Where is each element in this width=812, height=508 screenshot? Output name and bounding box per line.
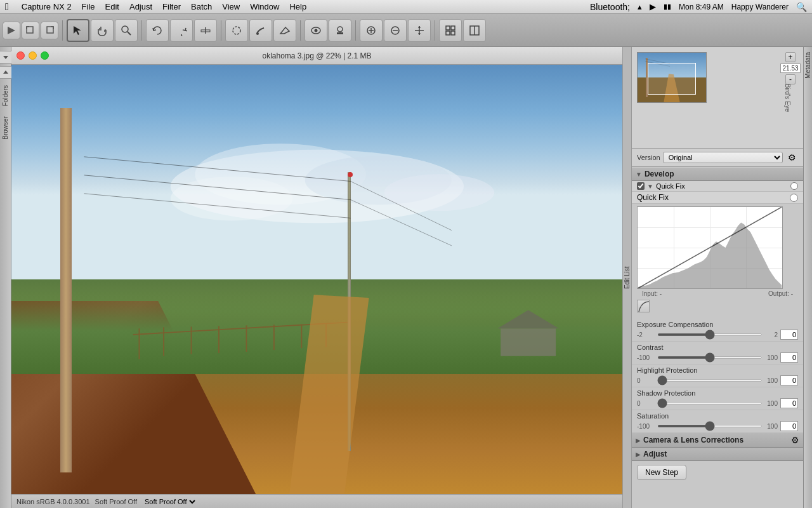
toolbar-levels-btn[interactable] bbox=[194, 19, 217, 42]
camera-lens-arrow: ▶ bbox=[636, 437, 641, 444]
exposure-slider[interactable] bbox=[657, 333, 763, 336]
svg-marker-0 bbox=[8, 27, 15, 34]
left-sidebar: Folders Browser bbox=[0, 47, 11, 508]
contrast-min: -100 bbox=[637, 354, 655, 361]
zoom-out-button[interactable]: - bbox=[785, 74, 796, 84]
toolbar-remove-cp-btn[interactable] bbox=[384, 19, 407, 42]
version-section: Version Original Version 2 ⚙ bbox=[632, 149, 803, 167]
exposure-min: -2 bbox=[637, 331, 655, 338]
toolbar-zoom-tool[interactable] bbox=[115, 19, 138, 42]
zoom-in-button[interactable]: + bbox=[785, 52, 796, 62]
saturation-controls: -100 100 bbox=[637, 421, 798, 431]
svg-point-8 bbox=[233, 27, 240, 34]
saturation-row: Saturation -100 100 bbox=[632, 410, 803, 433]
camera-lens-section[interactable]: ▶ Camera & Lens Corrections ⚙ bbox=[632, 433, 803, 448]
window-title: oklahoma 3.jpg @ 22% | 2.1 MB bbox=[262, 51, 371, 60]
toolbar-eraser-btn[interactable] bbox=[273, 19, 296, 42]
adjust-menu[interactable]: Adjust bbox=[124, 0, 157, 14]
toolbar-redo-btn[interactable] bbox=[170, 19, 193, 42]
output-label: Output: - bbox=[768, 290, 793, 297]
new-step-button[interactable]: New Step bbox=[637, 465, 686, 480]
edit-menu[interactable]: Edit bbox=[100, 0, 124, 14]
toolbar-split-btn[interactable] bbox=[463, 19, 486, 42]
view-menu[interactable]: View bbox=[217, 0, 245, 14]
right-content: + 21.53 - Bird's Eye Version Original bbox=[632, 47, 803, 508]
toolbar-brush-btn[interactable] bbox=[249, 19, 272, 42]
develop-arrow: ▼ bbox=[636, 171, 642, 178]
develop-header[interactable]: ▼ Develop bbox=[632, 167, 803, 181]
version-gear-button[interactable]: ⚙ bbox=[785, 151, 798, 164]
birds-eye-selection[interactable] bbox=[648, 63, 696, 95]
shadow-min: 0 bbox=[637, 400, 655, 407]
svg-point-35 bbox=[384, 174, 494, 211]
shadow-slider[interactable] bbox=[657, 402, 763, 404]
quick-fix-checkbox[interactable] bbox=[637, 182, 645, 190]
volume-icon: ▶ bbox=[650, 2, 656, 11]
browser-panels-row: oklahoma 3.jpg @ 22% | 2.1 MB bbox=[11, 47, 803, 508]
app-name-menu[interactable]: Capture NX 2 bbox=[16, 0, 77, 14]
maximize-button[interactable] bbox=[41, 51, 49, 60]
contrast-value[interactable] bbox=[780, 352, 798, 363]
highlight-label: Highlight Protection bbox=[637, 366, 798, 374]
soft-proof-select[interactable]: Soft Proof Off Soft Proof On bbox=[142, 497, 197, 506]
exposure-compensation-row: Exposure Compensation -2 2 bbox=[632, 319, 803, 342]
browser-tab[interactable]: Browser bbox=[1, 111, 10, 145]
toolbar-grid-btn[interactable] bbox=[439, 19, 462, 42]
contrast-slider[interactable] bbox=[657, 356, 763, 359]
contrast-row: Contrast -100 100 bbox=[632, 342, 803, 364]
file-menu[interactable]: File bbox=[77, 0, 100, 14]
right-panel-inner: Edit List bbox=[623, 47, 803, 508]
zoom-value-display: 21.53 bbox=[780, 64, 801, 73]
toolbar-lasso-btn[interactable] bbox=[225, 19, 248, 42]
toolbar-sep-3 bbox=[221, 20, 221, 41]
toolbar-arrow-btn[interactable] bbox=[3, 22, 20, 39]
toolbar-move-cp-btn[interactable] bbox=[408, 19, 431, 42]
svg-marker-29 bbox=[3, 56, 8, 59]
toolbar-rotate-right-btn[interactable] bbox=[41, 22, 58, 39]
close-button[interactable] bbox=[16, 51, 25, 60]
toolbar-add-cp-btn[interactable] bbox=[360, 19, 383, 42]
folders-tab[interactable]: Folders bbox=[1, 80, 10, 111]
metadata-tab[interactable]: Metadata bbox=[803, 47, 812, 84]
toolbar-select-tool[interactable] bbox=[67, 19, 89, 42]
develop-title: Develop bbox=[645, 170, 674, 178]
saturation-value[interactable] bbox=[780, 421, 798, 431]
shadow-value[interactable] bbox=[780, 398, 798, 408]
toolbar-rotate-left-btn[interactable] bbox=[22, 22, 39, 39]
filter-menu[interactable]: Filter bbox=[157, 0, 186, 14]
birds-eye-thumbnail bbox=[637, 52, 707, 103]
highlight-row: Highlight Protection 0 100 bbox=[632, 364, 803, 387]
quick-fix-radio[interactable] bbox=[790, 182, 798, 190]
batch-menu[interactable]: Batch bbox=[186, 0, 217, 14]
shadow-label: Shadow Protection bbox=[637, 389, 798, 397]
soft-proof-label: Soft Proof Off bbox=[95, 498, 137, 505]
toolbar-undo-btn[interactable] bbox=[146, 19, 169, 42]
window-menu[interactable]: Window bbox=[245, 0, 284, 14]
saturation-slider[interactable] bbox=[657, 425, 763, 427]
highlight-controls: 0 100 bbox=[637, 375, 798, 385]
image-canvas[interactable] bbox=[11, 65, 622, 494]
sidebar-shrink-btn[interactable] bbox=[0, 66, 12, 79]
highlight-value[interactable] bbox=[780, 375, 798, 385]
version-select[interactable]: Original Version 2 bbox=[663, 152, 783, 163]
camera-lens-title: Camera & Lens Corrections bbox=[643, 436, 743, 444]
edit-list-tab[interactable]: Edit List bbox=[623, 47, 632, 508]
minimize-button[interactable] bbox=[29, 51, 37, 60]
histogram-container: Input: - Output: - bbox=[632, 204, 803, 319]
help-menu[interactable]: Help bbox=[284, 0, 311, 14]
toolbar-eye-btn[interactable] bbox=[304, 19, 327, 42]
adjust-arrow: ▶ bbox=[636, 451, 641, 458]
image-area: oklahoma 3.jpg @ 22% | 2.1 MB bbox=[11, 47, 622, 508]
adjust-section[interactable]: ▶ Adjust bbox=[632, 448, 803, 461]
exposure-value[interactable] bbox=[780, 330, 798, 340]
apple-menu[interactable]:  bbox=[5, 1, 9, 13]
highlight-max: 100 bbox=[765, 377, 778, 384]
toolbar-hand-tool[interactable] bbox=[91, 19, 114, 42]
search-icon[interactable]: 🔍 bbox=[796, 2, 807, 12]
curve-tool-button[interactable] bbox=[637, 300, 650, 312]
svg-marker-3 bbox=[74, 26, 81, 35]
highlight-slider[interactable] bbox=[657, 379, 763, 382]
toolbar-stamp-btn[interactable] bbox=[329, 19, 351, 42]
quick-fix-sublabel-radio[interactable] bbox=[790, 194, 798, 202]
sidebar-expand-btn[interactable] bbox=[0, 51, 12, 64]
